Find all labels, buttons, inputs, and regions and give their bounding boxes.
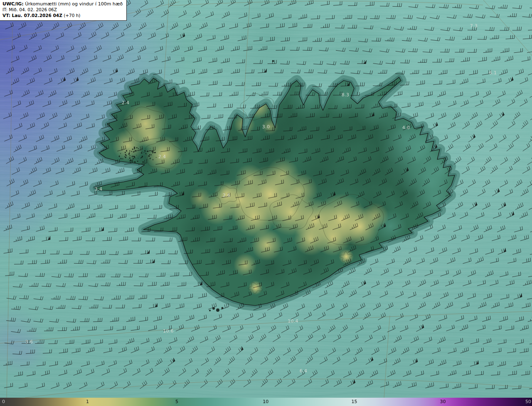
colorbar-tick: 5 <box>175 398 178 406</box>
colorbar-tick: 50 <box>525 398 531 406</box>
map-title-line: UWC/IG: Úrkomumætti (mm) og vindur í 100… <box>2 1 123 7</box>
colorbar-tick: 10 <box>263 398 268 406</box>
init-time-line: IT: Mið. 04. 02. 2026 06Z <box>2 7 123 13</box>
weather-map-viewport: 7.36.18.32.43.04.02.43.42.610.410.63.66.… <box>0 0 532 406</box>
map-title: Úrkomumætti (mm) og vindur í 100m hæð <box>25 1 123 7</box>
valid-time: VT: Lau. 07.02.2026 04Z <box>2 13 62 18</box>
lead-time: (+70 h) <box>64 13 80 18</box>
colorbar-tick: 0 <box>2 398 5 406</box>
colorbar-tick: 30 <box>440 398 446 406</box>
colorbar-tick: 15 <box>351 398 357 406</box>
precipitation-colorbar: 01510153050 <box>0 398 532 406</box>
valid-time-line: VT: Lau. 07.02.2026 04Z (+70 h) <box>2 13 123 19</box>
colorbar-tick: 1 <box>86 398 89 406</box>
map-title-box: UWC/IG: Úrkomumætti (mm) og vindur í 100… <box>0 0 127 21</box>
precipitation-wind-map-canvas <box>0 0 532 406</box>
model-id: UWC/IG: <box>2 1 24 7</box>
